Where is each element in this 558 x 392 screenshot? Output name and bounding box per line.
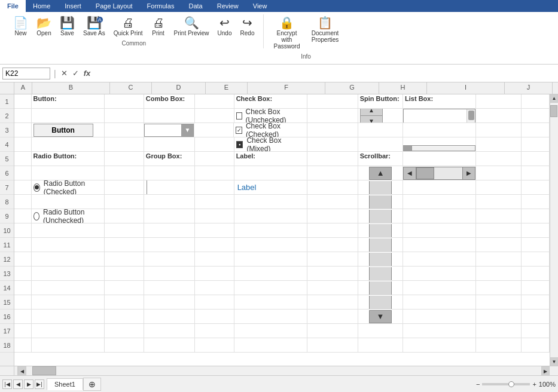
hscroll-right-button[interactable]: ▶ [541,366,550,376]
cell-H4[interactable] [358,137,403,151]
checkbox-unchecked[interactable]: Check Box (Unchecked) [236,109,305,122]
cell-G2[interactable] [307,109,358,122]
cell-F4[interactable]: ▪ Check Box (Mixed) [234,137,307,151]
name-box[interactable] [2,68,50,79]
cell-F2[interactable]: Check Box (Unchecked) [234,109,307,122]
zoom-thumb[interactable] [508,381,514,387]
checkbox-checked[interactable]: ✓ Check Box (Checked) [236,123,304,137]
radio-unchecked-circle[interactable] [33,212,39,220]
vscroll-thumb[interactable] [550,105,557,117]
cell-E5[interactable] [195,152,234,166]
print-button[interactable]: 🖨 Print [148,14,169,39]
cell-D5[interactable]: Group Box: [144,152,195,166]
cell-G3[interactable] [307,123,358,137]
cell-G8[interactable] [307,195,358,209]
print-preview-button[interactable]: 🔍 Print Preview [170,14,213,39]
cell-K9[interactable] [522,209,550,223]
cell-A3[interactable] [14,123,32,137]
tab-home[interactable]: Home [26,0,57,12]
doc-props-button[interactable]: 📋 Document Properties [307,14,344,45]
zoom-track[interactable] [482,383,530,385]
col-K[interactable]: K [553,82,558,94]
new-button[interactable]: 📄 New [10,14,32,39]
cell-A9[interactable] [14,209,32,223]
cell-D4[interactable] [144,137,195,151]
cell-J6[interactable] [476,166,521,180]
zoom-minus-icon[interactable]: − [476,381,480,388]
cell-E3[interactable] [194,123,234,137]
cell-B4[interactable] [32,137,105,151]
cell-D9[interactable] [144,209,195,223]
sheet-nav-first[interactable]: |◀ [2,379,12,389]
cell-J9[interactable] [476,209,521,223]
cell-B8[interactable] [32,195,105,209]
cell-F9[interactable] [234,209,307,223]
combo-arrow[interactable]: ▼ [181,124,193,136]
cell-G4[interactable] [307,137,358,151]
cell-B5[interactable]: Radio Button: [32,152,105,166]
cell-G10[interactable] [307,223,358,237]
col-E[interactable]: E [206,82,248,94]
cell-C3[interactable] [105,123,144,137]
checkbox-checked-box[interactable]: ✓ [236,127,242,134]
tab-review[interactable]: Review [210,0,246,12]
col-J[interactable]: J [505,82,553,94]
cell-I10[interactable] [403,223,476,237]
sheet-nav-next[interactable]: ▶ [24,379,33,389]
cell-C7[interactable] [105,180,144,194]
scrollbar-h-right-button[interactable]: ▶ [462,167,475,180]
col-C[interactable]: C [110,82,152,94]
cell-E10[interactable] [195,223,234,237]
cell-A2[interactable] [14,109,32,122]
cell-F10[interactable] [234,223,307,237]
cell-A1[interactable] [14,94,32,108]
cell-C6[interactable] [105,166,144,180]
cell-C9[interactable] [105,209,144,223]
col-I[interactable]: I [427,82,505,94]
function-icon[interactable]: fx [83,69,92,78]
scrollbar-h-left-button[interactable]: ◀ [403,167,416,180]
cell-J7[interactable] [476,180,521,194]
cell-A4[interactable] [14,137,32,151]
cell-F8[interactable] [234,195,307,209]
cell-H5[interactable]: Scrollbar: [358,152,403,166]
cell-G9[interactable] [307,209,358,223]
redo-button[interactable]: ↪ Redo [237,14,258,39]
zoom-plus-icon[interactable]: + [532,381,536,388]
cell-G7[interactable] [307,180,358,194]
spin-up-button[interactable]: ▲ [361,109,382,116]
hscroll-left-button[interactable]: ◀ [18,366,26,376]
cell-A6[interactable] [14,166,32,180]
cell-C5[interactable] [105,152,144,166]
cell-K7[interactable] [522,180,550,194]
cell-D6[interactable] [144,166,195,180]
cell-A7[interactable] [14,180,32,194]
tab-file[interactable]: File [0,0,26,12]
cell-E8[interactable] [195,195,234,209]
undo-button[interactable]: ↩ Undo [214,14,236,39]
cell-B7[interactable]: Radio Button (Checked) [32,180,105,194]
col-H[interactable]: H [379,82,427,94]
spin-down-button[interactable]: ▼ [361,116,382,123]
sheet-nav-prev[interactable]: ◀ [13,379,23,389]
cell-J5[interactable] [476,152,521,166]
cell-H2[interactable]: ▲ ▼ [358,109,403,122]
cell-K1[interactable] [522,94,550,108]
cell-B1[interactable]: Button: [32,94,105,108]
save-as-button[interactable]: 💾A Save As [80,14,109,39]
col-D[interactable]: D [152,82,206,94]
tab-view[interactable]: View [246,0,275,12]
cell-J4[interactable] [476,137,521,151]
cancel-icon[interactable]: ✕ [60,69,69,78]
scrollbar-v-down-button[interactable]: ▼ [369,310,392,323]
tab-page-layout[interactable]: Page Layout [89,0,140,12]
cell-F6[interactable] [234,166,307,180]
checkbox-mixed[interactable]: ▪ Check Box (Mixed) [236,137,305,151]
cell-E9[interactable] [195,209,234,223]
cell-G5[interactable] [307,152,358,166]
quick-print-button[interactable]: 🖨 Quick Print [110,14,147,39]
cell-K3[interactable] [522,123,550,137]
cell-B6[interactable] [32,166,105,180]
cell-I3[interactable] [403,123,476,137]
cell-I5[interactable] [403,152,476,166]
